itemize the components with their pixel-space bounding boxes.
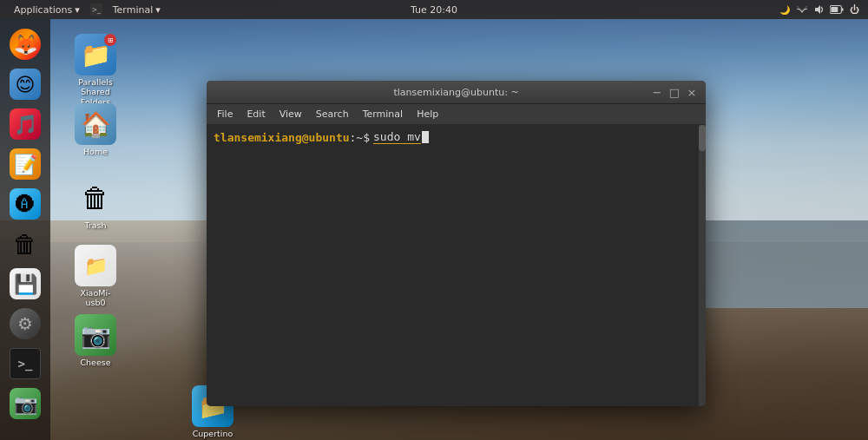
clock: Tue 20:40 xyxy=(411,4,457,16)
terminal-close-btn[interactable]: × xyxy=(685,85,699,99)
terminal-dock-icon: >_ xyxy=(10,348,41,379)
dock: 🦊 😊 🎵 📝 🅐 xyxy=(0,19,50,440)
appstore-icon: 🅐 xyxy=(10,188,41,220)
prompt-dollar: $ xyxy=(363,131,370,144)
dock-item-terminal[interactable]: >_ xyxy=(5,345,45,382)
desktop-icon-trash[interactable]: 🗑 Trash xyxy=(65,174,126,233)
trash-label: Trash xyxy=(84,220,106,230)
svg-rect-2 xyxy=(842,8,844,11)
terminal-menu-file[interactable]: File xyxy=(210,104,240,125)
trash-desktop-icon: 🗑 xyxy=(75,177,116,219)
cheese-icon: 📷 xyxy=(10,388,41,419)
terminal-icon-taskbar: >_ xyxy=(90,3,102,16)
cheese-desktop-icon: 📷 xyxy=(75,314,116,356)
terminal-maximize-btn[interactable]: □ xyxy=(667,85,681,99)
dock-item-settings[interactable]: ⚙ xyxy=(5,305,45,342)
cheese-desktop-label: Cheese xyxy=(80,358,110,367)
desktop-icon-home[interactable]: 🏠 Home xyxy=(65,100,126,160)
terminal-window: tlansemixiang@ubuntu: ~ − □ × File Edit … xyxy=(207,81,706,406)
terminal-menu-view[interactable]: View xyxy=(273,104,309,125)
terminal-titlebar[interactable]: tlansemixiang@ubuntu: ~ − □ × xyxy=(207,81,706,104)
firefox-icon: 🦊 xyxy=(10,29,41,60)
svg-marker-0 xyxy=(815,5,820,14)
dock-item-music[interactable]: 🎵 xyxy=(5,106,45,142)
terminal-label: Terminal xyxy=(113,4,154,16)
parallels-icon: 📁 ⊞ xyxy=(75,34,116,76)
svg-rect-3 xyxy=(831,7,838,12)
dock-item-pages[interactable]: 📝 xyxy=(5,146,45,182)
prompt-path: :~ xyxy=(350,131,364,144)
dock-item-appstore[interactable]: 🅐 xyxy=(5,186,45,222)
settings-icon: ⚙ xyxy=(10,308,41,339)
terminal-prompt: tlansemixiang@ubuntu:~ $ sudo mv xyxy=(214,130,699,144)
cupertino-label: CupertinoIcons xyxy=(193,429,233,440)
terminal-cursor xyxy=(422,131,429,143)
trash-dock-icon: 🗑 xyxy=(10,228,41,259)
taskbar-right: 🌙 xyxy=(778,3,861,16)
dock-item-xiaomi[interactable]: 💾 xyxy=(5,266,45,302)
terminal-arrow: ▾ xyxy=(155,4,161,16)
battery-icon xyxy=(830,3,844,16)
power-icon[interactable]: ⏻ xyxy=(847,3,861,16)
terminal-menu-edit[interactable]: Edit xyxy=(240,104,272,125)
terminal-title: tlansemixiang@ubuntu: ~ xyxy=(393,87,518,98)
pages-icon: 📝 xyxy=(10,148,41,180)
terminal-minimize-btn[interactable]: − xyxy=(650,85,664,99)
terminal-body[interactable]: tlansemixiang@ubuntu:~ $ sudo mv xyxy=(207,125,706,406)
xiaomi-usb-icon: 📁 xyxy=(75,245,116,286)
dock-item-cheese[interactable]: 📷 xyxy=(5,385,45,422)
terminal-menubar: File Edit View Search Terminal Help xyxy=(207,104,706,125)
volume-icon[interactable] xyxy=(812,3,826,16)
applications-arrow: ▾ xyxy=(75,4,80,16)
desktop-icon-parallels[interactable]: 📁 ⊞ ParallelsSharedFolders xyxy=(65,30,126,110)
dock-item-firefox[interactable]: 🦊 xyxy=(5,26,45,62)
terminal-controls: − □ × xyxy=(650,85,699,99)
applications-label: Applications xyxy=(14,4,72,16)
network-icon[interactable] xyxy=(795,3,809,16)
terminal-menu-help[interactable]: Help xyxy=(410,104,445,125)
desktop-icon-cheese-desktop[interactable]: 📷 Cheese xyxy=(65,311,126,371)
desktop: Applications ▾ >_ Terminal ▾ Tue 20:40 🌙 xyxy=(0,0,868,440)
prompt-user: tlansemixiang@ubuntu xyxy=(214,131,350,144)
taskbar-left: Applications ▾ >_ Terminal ▾ xyxy=(7,0,168,19)
applications-menu[interactable]: Applications ▾ xyxy=(7,0,87,19)
prompt-command: sudo mv xyxy=(373,130,421,144)
dock-item-trash[interactable]: 🗑 xyxy=(5,226,45,262)
terminal-scrollbar[interactable] xyxy=(699,125,706,406)
taskbar: Applications ▾ >_ Terminal ▾ Tue 20:40 🌙 xyxy=(0,0,868,19)
xiaomi-usb-label: XiaoMi-usb0 xyxy=(80,288,110,308)
dock-item-finder[interactable]: 😊 xyxy=(5,66,45,102)
xiaomi-icon: 💾 xyxy=(10,268,41,299)
music-icon: 🎵 xyxy=(10,108,41,140)
home-label: Home xyxy=(83,147,108,156)
terminal-menu-search[interactable]: Search xyxy=(309,104,356,125)
finder-icon: 😊 xyxy=(10,69,41,100)
home-icon: 🏠 xyxy=(75,103,116,145)
moon-icon: 🌙 xyxy=(778,3,792,16)
terminal-menu[interactable]: Terminal ▾ xyxy=(106,0,168,19)
terminal-scrollbar-thumb[interactable] xyxy=(699,125,706,151)
desktop-icon-xiaomi-usb[interactable]: 📁 XiaoMi-usb0 xyxy=(65,241,126,312)
terminal-menu-terminal[interactable]: Terminal xyxy=(356,104,411,125)
